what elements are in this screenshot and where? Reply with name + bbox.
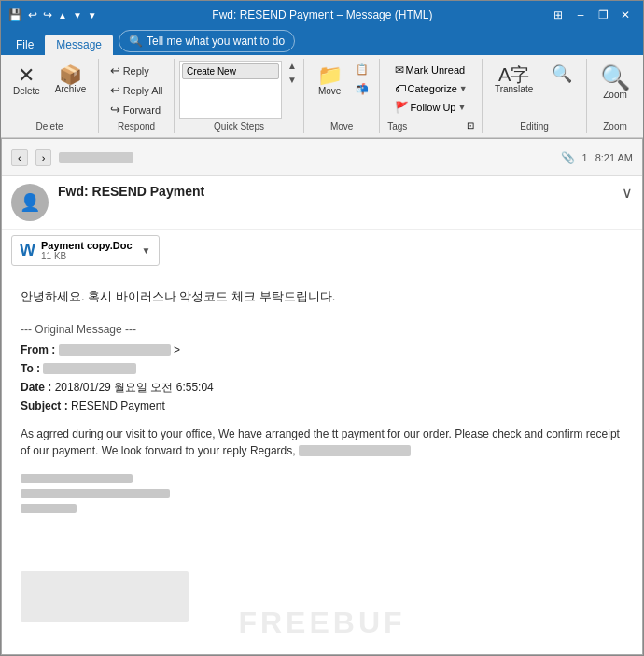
reply-icon: ↩ (110, 63, 120, 77)
rules-button[interactable]: 📋 (351, 61, 373, 78)
minimize-button[interactable]: – (570, 5, 591, 25)
from-line: From : > (21, 342, 623, 358)
up-icon[interactable]: ▲ (58, 10, 67, 21)
categorize-button[interactable]: 🏷 Categorize ▼ (390, 79, 472, 98)
undo-icon[interactable]: ↩ (28, 8, 37, 21)
archive-icon: 📦 (59, 65, 82, 84)
create-new-label: Create New (187, 66, 236, 77)
zoom-group-label: Zoom (603, 119, 627, 132)
date-line: Date : 2018/01/29 월요일 오전 6:55:04 (21, 379, 623, 396)
redacted-block-2 (21, 571, 623, 622)
move-group-label: Move (330, 119, 353, 132)
original-message: --- Original Message --- From : > To : D… (21, 321, 623, 414)
ribbon-group-tags: ✉ Mark Unread 🏷 Categorize ▼ 🚩 Follow Up… (380, 59, 483, 133)
ribbon-group-delete: ✕ Delete 📦 Archive Delete (1, 59, 99, 133)
translate-icon: A字 (498, 65, 529, 84)
attachment-name: Payment copy.Doc (41, 240, 133, 251)
delete-group-label: Delete (36, 119, 63, 132)
categorize-icon: 🏷 (395, 82, 406, 95)
email-time: 8:21 AM (595, 152, 633, 163)
from-redacted (59, 344, 171, 356)
reply-all-button[interactable]: ↩ Reply All (105, 80, 168, 100)
email-header-bar: ‹ › 📎 1 8:21 AM (2, 139, 642, 176)
to-redacted (43, 363, 136, 374)
redacted-line-1 (21, 474, 133, 483)
reply-button[interactable]: ↩ Reply (105, 61, 168, 80)
follow-up-button[interactable]: 🚩 Follow Up ▼ (390, 98, 472, 117)
tab-file[interactable]: File (5, 35, 45, 55)
redacted-line-3 (21, 504, 77, 513)
create-new-step[interactable]: Create New (182, 63, 279, 79)
expand-button[interactable]: ∨ (622, 184, 633, 202)
redacted-block (21, 474, 623, 513)
ribbon-group-respond: ↩ Reply ↩ Reply All ↪ Forward Respond (99, 59, 175, 133)
attachment-dropdown-icon[interactable]: ▼ (142, 245, 151, 256)
delete-label: Delete (13, 86, 40, 96)
email-body: 안녕하세요. 혹시 바이러스나 악성코드 체크 부탁드립니다. --- Orig… (2, 272, 642, 654)
customize-icon[interactable]: ▼ (88, 10, 97, 21)
layout-button[interactable]: ⊞ (548, 5, 568, 25)
title-bar: 💾 ↩ ↪ ▲ ▼ ▼ Fwd: RESEND Payment – Messag… (1, 1, 643, 29)
ribbon-group-editing: A字 Translate 🔍 Editing (483, 59, 587, 133)
down-icon[interactable]: ▼ (73, 10, 82, 21)
attachment-count-icon: 📎 (561, 151, 575, 164)
tab-tell-me[interactable]: 🔍 Tell me what you want to do (119, 30, 295, 52)
sender-avatar: 👤 (11, 184, 49, 221)
reply-all-icon: ↩ (110, 83, 120, 97)
scroll-up-icon[interactable]: ▲ (287, 61, 297, 71)
ribbon-group-move: 📁 Move 📋 📬 Move (304, 59, 380, 133)
attachment-item[interactable]: W Payment copy.Doc 11 KB ▼ (11, 235, 160, 266)
edit-button[interactable]: 🔍 (543, 61, 581, 87)
close-button[interactable]: ✕ (615, 5, 636, 25)
translate-button[interactable]: A字 Translate (488, 61, 539, 99)
move-extra-button[interactable]: 📬 (351, 80, 373, 98)
email-navigation: ‹ › (11, 149, 133, 166)
attachment-count: 1 (582, 152, 588, 163)
save-icon[interactable]: 💾 (8, 8, 22, 21)
archive-button[interactable]: 📦 Archive (49, 61, 92, 99)
mark-unread-icon: ✉ (395, 63, 404, 77)
email-body-text: As agrred during our visit to your offic… (21, 426, 623, 459)
zoom-icon: 🔍 (600, 65, 630, 90)
window-title: Fwd: RESEND Payment – Message (HTML) (212, 8, 432, 21)
email-header-redacted-1 (59, 152, 133, 163)
attachment-bar: W Payment copy.Doc 11 KB ▼ (2, 230, 642, 272)
ribbon-tab-bar: File Message 🔍 Tell me what you want to … (1, 29, 643, 55)
ribbon-group-zoom: 🔍 Zoom Zoom (587, 59, 643, 133)
forward-icon: ↪ (110, 103, 120, 117)
orig-separator: --- Original Message --- (21, 321, 623, 338)
subject-line: Subject : RESEND Payment (21, 398, 623, 414)
restore-button[interactable]: ❐ (593, 5, 613, 25)
respond-group-label: Respond (118, 119, 155, 132)
scroll-down-icon[interactable]: ▼ (287, 75, 297, 85)
quick-steps-scroll[interactable]: ▲ ▼ (286, 61, 299, 85)
delete-button[interactable]: ✕ Delete (7, 61, 47, 101)
ribbon: ✕ Delete 📦 Archive Delete ↩ Reply ↩ Rep (1, 55, 643, 138)
attachment-size: 11 KB (41, 251, 133, 261)
quicksteps-group-label: Quick Steps (214, 119, 264, 132)
avatar-icon: 👤 (20, 192, 40, 213)
redo-icon[interactable]: ↪ (43, 8, 52, 21)
move-icon: 📁 (317, 65, 343, 86)
tab-message[interactable]: Message (45, 35, 113, 55)
zoom-button[interactable]: 🔍 Zoom (594, 61, 637, 105)
archive-label: Archive (55, 84, 86, 94)
nav-back-button[interactable]: ‹ (11, 149, 28, 166)
redacted-line-2 (21, 489, 170, 498)
email-greeting: 안녕하세요. 혹시 바이러스나 악성코드 체크 부탁드립니다. (21, 287, 623, 306)
categorize-dropdown-icon: ▼ (459, 84, 468, 93)
move-button[interactable]: 📁 Move (311, 61, 349, 101)
rules-icon: 📋 (356, 63, 369, 76)
tell-me-label: Tell me what you want to do (147, 35, 285, 48)
tags-group-label: Tags (387, 119, 407, 132)
move-extra-icon: 📬 (356, 83, 369, 95)
forward-button[interactable]: ↪ Forward (105, 100, 168, 119)
attachment-word-icon: W (20, 241, 35, 260)
tags-expand-icon[interactable]: ⊡ (467, 120, 474, 131)
mark-unread-button[interactable]: ✉ Mark Unread (390, 61, 472, 79)
edit-icon: 🔍 (552, 65, 572, 82)
nav-forward-button[interactable]: › (35, 149, 52, 166)
follow-up-icon: 🚩 (395, 101, 409, 114)
email-sender-bar: 👤 Fwd: RESEND Payment ∨ (2, 176, 642, 230)
ribbon-group-quicksteps: Create New ▲ ▼ Quick Steps (175, 59, 304, 133)
